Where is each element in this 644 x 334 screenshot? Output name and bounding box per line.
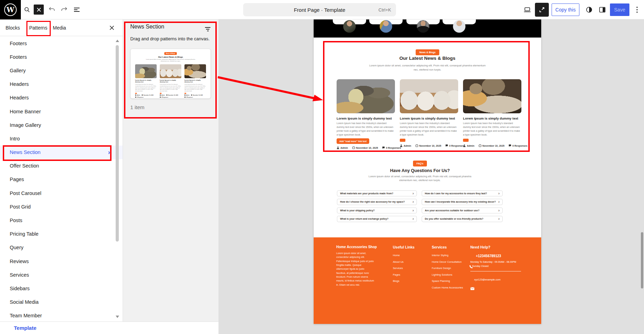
faq-item[interactable]: How can I incorporate this accessory int… <box>422 199 503 205</box>
category-image-gallery[interactable]: Image Gallery <box>0 118 123 132</box>
close-sidebar-button[interactable] <box>106 22 117 33</box>
template-breadcrumb[interactable]: Template <box>14 322 36 334</box>
mini-news-subtext: Lorem ipsum dolor sit amet, consectetur … <box>145 59 197 63</box>
footer-help-column: Need Help? +123456789123 Monday To Satur… <box>470 245 529 290</box>
blog-image-dining <box>400 79 458 113</box>
author-icon <box>463 144 466 147</box>
faq-grid: What materials are your products made fr… <box>337 190 503 222</box>
category-headers[interactable]: Headers <box>0 78 123 91</box>
category-footers-2[interactable]: Footers <box>0 50 123 64</box>
category-post-carousel[interactable]: Post Carousel <box>0 186 123 200</box>
contrast-icon <box>585 6 593 14</box>
footer-link[interactable]: Blogs <box>393 279 414 283</box>
mini-author-icon <box>160 95 161 96</box>
faq-item[interactable]: What is your return and exchange policy?… <box>337 216 417 222</box>
faq-item[interactable]: What is your shipping policy?› <box>337 207 417 214</box>
category-headers-2[interactable]: Headers <box>0 91 123 105</box>
category-post-grid[interactable]: Post Grid <box>0 200 123 213</box>
sidebar-scrollbar[interactable] <box>116 45 119 242</box>
tab-patterns[interactable]: Patterns <box>29 19 47 36</box>
style-variations-button[interactable] <box>584 4 595 15</box>
mini-blog-image-sofa <box>135 64 157 78</box>
view-devices-button[interactable] <box>522 4 533 15</box>
editor-footer-bar: Template <box>0 321 218 334</box>
top-toolbar: W Front Page · Template Ctrl+K Copy this <box>0 0 644 19</box>
tab-blocks[interactable]: Blocks <box>6 19 20 36</box>
category-query[interactable]: Query <box>0 241 123 254</box>
footer-email[interactable]: xyz123@example.com <box>474 278 529 281</box>
comments-icon <box>445 144 448 147</box>
mini-orange-chip <box>160 93 162 94</box>
copy-this-button[interactable]: Copy this <box>552 3 579 16</box>
site-preview-canvas[interactable]: News & Blogs Our Latest News & Blogs Lor… <box>314 19 541 324</box>
filter-icon <box>205 27 210 28</box>
blog-title[interactable]: Lorem Ipsum is simply dummy text <box>337 116 395 120</box>
document-overview-button[interactable] <box>71 4 82 15</box>
footer-link[interactable]: Services <box>393 267 414 270</box>
save-button[interactable]: Save <box>610 3 629 16</box>
scrollbar-down-arrow[interactable] <box>116 316 119 318</box>
category-pricing-table[interactable]: Pricing Table <box>0 227 123 241</box>
search-button[interactable] <box>22 4 33 15</box>
mini-responses-icon <box>160 97 161 98</box>
mini-blog-card: Lorem Ipsum is simply dummy text Lorem I… <box>184 64 206 98</box>
options-menu-button[interactable] <box>631 4 643 15</box>
footer-link[interactable]: Home Decor Consultation <box>432 260 463 263</box>
category-offer-section[interactable]: Offer Section <box>0 159 123 173</box>
faq-item[interactable]: Do you offer sustainable or eco-friendly… <box>422 216 503 222</box>
settings-sidebar-toggle[interactable] <box>597 4 608 15</box>
blog-excerpt: Lorem Ipsum has been the industry's stan… <box>337 122 395 137</box>
mini-blog-card: Lorem Ipsum is simply dummy text Lorem I… <box>160 64 181 98</box>
category-pages[interactable]: Pages <box>0 173 123 186</box>
faq-item[interactable]: Are your accessories suitable for outdoo… <box>422 207 503 214</box>
category-services[interactable]: Services <box>0 268 123 282</box>
footer-link[interactable]: Space Planning <box>432 279 463 283</box>
footer-phone[interactable]: +123456789123 <box>476 254 529 258</box>
faq-item[interactable]: How do I care for my accessories to ensu… <box>422 190 503 197</box>
chevron-right-icon: › <box>413 209 414 212</box>
footer-link[interactable]: About Us <box>393 260 414 263</box>
category-reviews[interactable]: Reviews <box>0 254 123 268</box>
pattern-preview-card[interactable]: News & Blogs Our Latest News & Blogs Lor… <box>130 49 211 99</box>
team-avatar <box>417 20 429 33</box>
category-footers[interactable]: Footers <box>0 36 123 50</box>
faq-heading: Have Any Questions For Us? <box>337 168 503 173</box>
blog-title[interactable]: Lorem Ipsum is simply dummy text <box>400 116 458 120</box>
chevron-right-icon: › <box>498 217 499 221</box>
scrollbar-up-arrow[interactable] <box>116 40 119 42</box>
category-gallery[interactable]: Gallery <box>0 64 123 77</box>
category-news-section[interactable]: News Section› <box>0 146 123 159</box>
team-section-band <box>314 19 541 38</box>
category-intro[interactable]: Intro <box>0 132 123 145</box>
footer-link[interactable]: Lighting Solutions <box>432 273 463 276</box>
tab-media[interactable]: Media <box>53 19 66 36</box>
sidebar-panel-icon <box>598 6 606 13</box>
zoom-out-toggle-button[interactable] <box>535 3 549 17</box>
blog-title[interactable]: Lorem Ipsum is simply dummy text <box>463 116 521 120</box>
footer-link[interactable]: Pages <box>393 273 414 276</box>
category-posts[interactable]: Posts <box>0 213 123 227</box>
news-subtext: Lorem ipsum dolor sit amet, consectetur … <box>368 64 487 72</box>
command-palette[interactable]: Front Page · Template Ctrl+K <box>243 3 396 16</box>
close-inserter-button[interactable] <box>34 5 44 15</box>
blog-image-livingroom <box>463 79 521 113</box>
read-more-button[interactable]: Add "read more" link text <box>337 138 369 144</box>
footer-link[interactable]: Custom Home Accessories <box>432 286 463 289</box>
redo-button[interactable] <box>59 4 70 15</box>
category-social-media[interactable]: Social Media <box>0 295 123 309</box>
footer-link[interactable]: Home <box>393 254 414 257</box>
footer-link[interactable]: Furniture Design <box>432 267 463 270</box>
mini-blog-image-dining <box>160 64 181 78</box>
category-sidebars[interactable]: Sidebars <box>0 282 123 295</box>
faq-item[interactable]: How do I choose the right size accessory… <box>337 199 417 205</box>
wordpress-logo[interactable]: W <box>0 0 21 19</box>
category-team-member[interactable]: Team Member <box>0 309 123 323</box>
news-blogs-badge: News & Blogs <box>415 49 439 55</box>
undo-button[interactable] <box>46 4 57 15</box>
mini-orange-chip <box>135 93 137 94</box>
faq-item[interactable]: What materials are your products made fr… <box>337 190 417 197</box>
canvas-scrollbar[interactable] <box>641 232 643 288</box>
filter-button[interactable] <box>204 25 212 33</box>
category-home-banner[interactable]: Home Banner <box>0 105 123 118</box>
footer-link[interactable]: Interior Styling <box>432 254 463 257</box>
